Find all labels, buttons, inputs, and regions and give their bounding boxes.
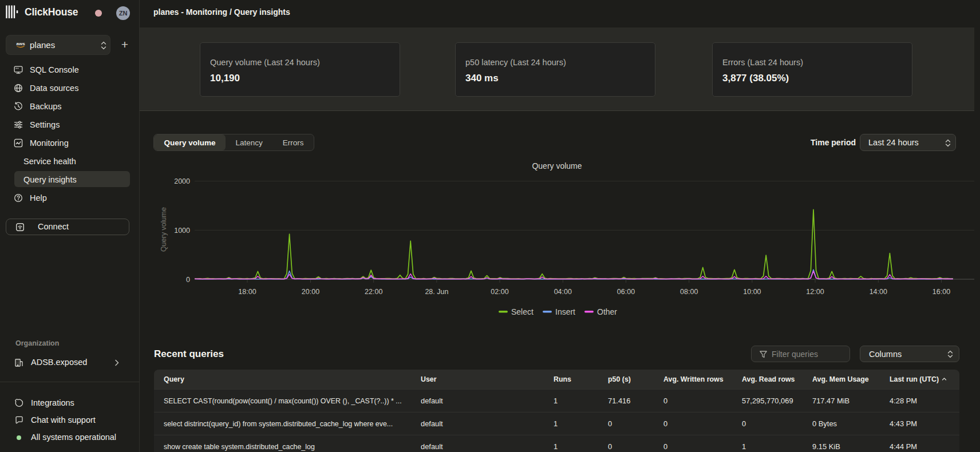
svg-text:Other: Other <box>597 307 617 316</box>
svg-text:12:00: 12:00 <box>806 288 824 296</box>
svg-text:0: 0 <box>186 276 190 284</box>
svg-text:06:00: 06:00 <box>617 288 635 296</box>
svg-text:16:00: 16:00 <box>932 288 950 296</box>
svg-text:18:00: 18:00 <box>238 288 256 296</box>
svg-text:10:00: 10:00 <box>743 288 761 296</box>
svg-text:04:00: 04:00 <box>554 288 572 296</box>
svg-text:28. Jun: 28. Jun <box>425 288 448 296</box>
svg-text:20:00: 20:00 <box>302 288 319 296</box>
svg-text:1000: 1000 <box>174 227 190 235</box>
svg-text:Insert: Insert <box>555 307 575 316</box>
svg-text:2000: 2000 <box>174 177 190 185</box>
svg-text:14:00: 14:00 <box>870 288 887 296</box>
svg-text:Query volume: Query volume <box>532 161 582 171</box>
svg-text:Query volume: Query volume <box>160 207 168 252</box>
svg-text:Select: Select <box>511 307 534 316</box>
svg-text:02:00: 02:00 <box>491 288 508 296</box>
svg-text:08:00: 08:00 <box>680 288 698 296</box>
svg-text:22:00: 22:00 <box>365 288 382 296</box>
svg-text:aws: aws <box>17 41 26 46</box>
